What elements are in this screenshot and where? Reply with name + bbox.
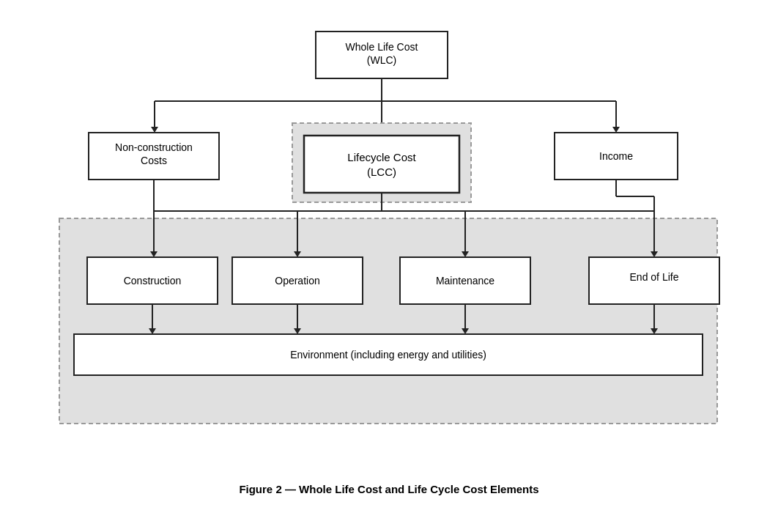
svg-text:Costs: Costs	[141, 155, 167, 166]
svg-text:Maintenance: Maintenance	[436, 275, 494, 287]
svg-text:Operation: Operation	[275, 275, 319, 287]
svg-marker-10	[612, 127, 620, 133]
diagram-container: Whole Life Cost (WLC) Non-construction C…	[30, 17, 748, 515]
diagram-svg: Whole Life Cost (WLC) Non-construction C…	[30, 17, 748, 515]
svg-text:End of Life: End of Life	[630, 271, 679, 283]
svg-text:Construction: Construction	[124, 275, 182, 287]
svg-text:(LCC): (LCC)	[367, 166, 396, 178]
svg-marker-6	[151, 127, 158, 133]
svg-text:(WLC): (WLC)	[367, 54, 396, 66]
svg-text:Income: Income	[599, 150, 633, 162]
figure-caption: Figure 2 — Whole Life Cost and Life Cycl…	[239, 483, 538, 495]
svg-text:Lifecycle Cost: Lifecycle Cost	[347, 151, 416, 163]
svg-text:Non-construction: Non-construction	[115, 141, 193, 153]
svg-rect-20	[59, 218, 717, 424]
svg-rect-15	[304, 136, 459, 193]
svg-text:Environment (including energy : Environment (including energy and utilit…	[290, 349, 486, 361]
svg-text:Whole Life Cost: Whole Life Cost	[346, 41, 418, 53]
